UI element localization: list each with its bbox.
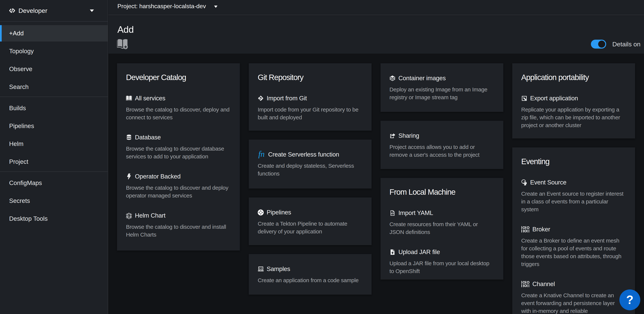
svg-text:HELM: HELM	[126, 215, 131, 217]
